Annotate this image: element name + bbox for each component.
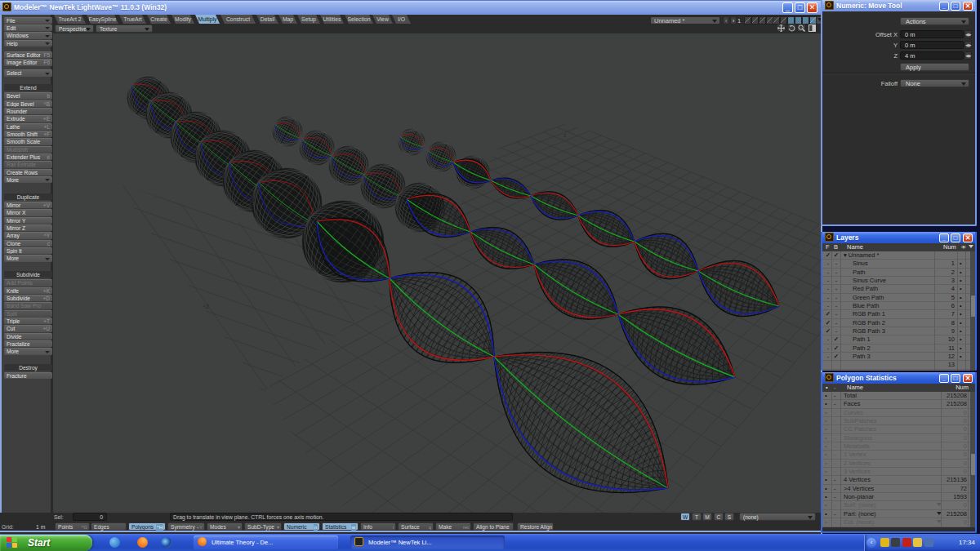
svg-text:z: z (564, 132, 567, 138)
svg-text:+Z: +Z (203, 304, 210, 309)
